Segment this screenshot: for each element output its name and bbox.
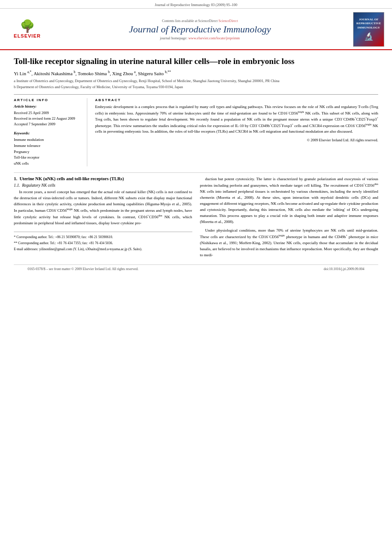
article-info-col: ARTICLE INFO Article history: Received 2… [14,98,87,166]
para2-right: Under physiological conditions, more tha… [200,228,379,258]
section1-subheading: 1.1. Regulatory NK cells [14,183,192,188]
article-info-label: ARTICLE INFO [14,98,82,102]
main-left-col: 1. Uterine NK (uNK) cells and toll-like … [14,176,192,261]
para1-right: duction but potent cytotoxicity. The lat… [200,176,379,225]
copyright: © 2009 Elsevier Ireland Ltd. All rights … [95,137,378,143]
sciencedirect-line: Contents lists available at ScienceDirec… [47,19,353,23]
article-body: Toll-like receptor signaling in uterine … [0,50,392,279]
keyword-1: Immune modulation [14,137,82,143]
article-text: 1. Uterine NK (uNK) cells and toll-like … [14,172,378,261]
section1-body-left: In recent years, a novel concept has eme… [14,189,192,226]
abstract-label: ABSTRACT [95,98,378,102]
author-shigeru: Shigeru Saito b,** [138,71,171,76]
author-xing-zhou: Xing Zhou a, [112,71,137,76]
keyword-5: uNK cells [14,161,82,167]
journal-title: Journal of Reproductive Immunology [47,24,353,35]
affiliations: a Institute of Obstetrics and Gynecology… [14,79,378,90]
keyword-4: Toll-like receptor [14,155,82,161]
abstract-body: Embryonic development is a complex proce… [95,104,378,135]
para1-left: In recent years, a novel concept has eme… [14,189,192,226]
authors: Yi Lin a,*, Akitoshi Nakashima b, Tomoko… [14,70,378,76]
journal-header: 🌳 ELSEVIER Contents lists available at S… [0,9,392,50]
keywords-label: Keywords: [14,131,82,135]
keyword-3: Pregnancy [14,149,82,155]
revised-date: Received in revised form 22 August 2009 [14,116,82,121]
keywords-section: Keywords: Immune modulation Immune toler… [14,131,82,166]
abstract-text: Embryonic development is a complex proce… [95,104,378,143]
journal-citation: Journal of Reproductive Immunology 83 (2… [155,3,237,7]
elsevier-tree-icon: 🌳 [20,20,35,32]
history-label: Article history: [14,104,82,108]
article-title: Toll-like receptor signaling in uterine … [14,56,378,67]
abstract-col: ABSTRACT Embryonic development is a comp… [95,98,378,166]
journal-homepage: journal homepage: www.elsevier.com/locat… [47,36,353,40]
sciencedirect-link[interactable]: ScienceDirect [218,19,238,23]
affiliation-a: a Institute of Obstetrics and Gynecology… [14,79,378,84]
journal-cover-image: JOURNAL OFREPRODUCTIVEIMMUNOLOGY 🔬 [353,12,384,47]
article-info-abstract: ARTICLE INFO Article history: Received 2… [14,94,378,166]
affiliation-b: b Department of Obstetrics and Gynecolog… [14,85,378,90]
article-history: Article history: Received 25 April 2009 … [14,104,82,127]
journal-center: Contents lists available at ScienceDirec… [47,19,353,40]
email-label: E-mail addresses: [14,247,38,251]
homepage-link[interactable]: www.elsevier.com/locate/jreprimm [188,36,240,40]
page: Journal of Reproductive Immunology 83 (2… [0,0,392,535]
author-tomoko: Tomoko Shima b, [78,71,111,76]
footer-license: 0165-0378/$ – see front matter © 2009 El… [28,267,138,271]
main-two-col: 1. Uterine NK (uNK) cells and toll-like … [14,176,378,261]
accepted-date: Accepted 7 September 2009 [14,121,82,127]
footer-doi: doi:10.1016/j.jri.2009.09.004 [324,267,364,271]
author-yi-lin: Yi Lin a,*, [14,71,32,76]
main-right-col: duction but potent cytotoxicity. The lat… [200,176,379,261]
elsevier-label: ELSEVIER [14,33,41,38]
footer-bar: 0165-0378/$ – see front matter © 2009 El… [14,264,378,273]
author-akitoshi: Akitoshi Nakashima b, [34,71,77,76]
email-values: yilinonline@gmail.com (Y. Lin), s30saito… [39,247,142,251]
keyword-2: Immune tolerance [14,143,82,149]
footnotes: * Corresponding author. Tel.: +86 21 503… [14,232,192,252]
section1-body-right: duction but potent cytotoxicity. The lat… [200,176,379,258]
footnote-star2: ** Corresponding author. Tel.: +81 76 43… [14,241,192,246]
footnote-star1: * Corresponding author. Tel.: +86 21 503… [14,235,192,240]
journal-topbar: Journal of Reproductive Immunology 83 (2… [0,0,392,9]
received-date: Received 25 April 2009 [14,110,82,116]
elsevier-logo: 🌳 ELSEVIER [8,20,47,38]
footnote-emails: E-mail addresses: yilinonline@gmail.com … [14,247,192,252]
section1-heading: 1. Uterine NK (uNK) cells and toll-like … [14,176,192,181]
